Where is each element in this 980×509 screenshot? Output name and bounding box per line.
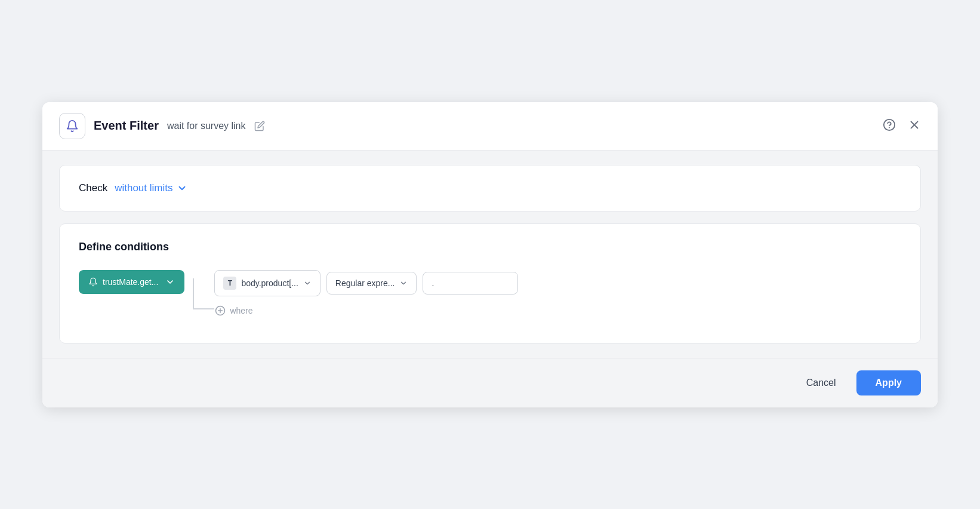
check-label: Check (79, 182, 107, 194)
without-limits-dropdown[interactable]: without limits (115, 182, 187, 194)
type-dropdown[interactable]: Regular expre... (326, 272, 417, 295)
event-button[interactable]: trustMate.get... (79, 270, 184, 294)
header-icon-box (59, 113, 85, 139)
conditions-right: T body.product[... Regular expre... (214, 270, 518, 317)
modal-body: Check without limits Define conditions (42, 151, 938, 358)
header-subtitle: wait for survey link (167, 121, 246, 131)
bell-icon (66, 119, 79, 133)
connector (184, 278, 214, 326)
event-bell-icon (88, 277, 98, 287)
field-dropdown[interactable]: T body.product[... (214, 270, 320, 296)
without-limits-label: without limits (115, 182, 172, 194)
check-section: Check without limits (59, 165, 921, 211)
chevron-down-icon (177, 183, 187, 194)
apply-button[interactable]: Apply (856, 370, 921, 395)
cancel-button[interactable]: Cancel (794, 372, 848, 394)
field-chevron-icon (303, 279, 312, 287)
condition-value-input[interactable] (423, 272, 518, 295)
header-actions (883, 118, 921, 134)
field-dropdown-label: body.product[... (241, 278, 298, 288)
edit-icon[interactable] (254, 121, 265, 131)
type-dropdown-label: Regular expre... (335, 278, 395, 288)
check-row: Check without limits (79, 182, 901, 194)
help-icon[interactable] (883, 118, 896, 134)
plus-circle-icon (214, 305, 226, 317)
type-icon: T (223, 277, 236, 290)
modal-footer: Cancel Apply (42, 358, 938, 407)
where-button[interactable]: where (214, 305, 518, 317)
close-icon[interactable] (908, 118, 921, 134)
type-chevron-icon (399, 279, 408, 287)
conditions-body: trustMate.get... (79, 270, 901, 326)
event-button-label: trustMate.get... (103, 277, 158, 287)
modal-header: Event Filter wait for survey link (42, 102, 938, 151)
conditions-title: Define conditions (79, 241, 901, 253)
event-chevron-icon (165, 277, 175, 287)
header-title: Event Filter (94, 119, 159, 133)
condition-row: T body.product[... Regular expre... (214, 270, 518, 296)
modal-container: Event Filter wait for survey link (42, 102, 938, 407)
conditions-section: Define conditions trustMate.get... (59, 223, 921, 344)
where-label: where (230, 306, 252, 315)
